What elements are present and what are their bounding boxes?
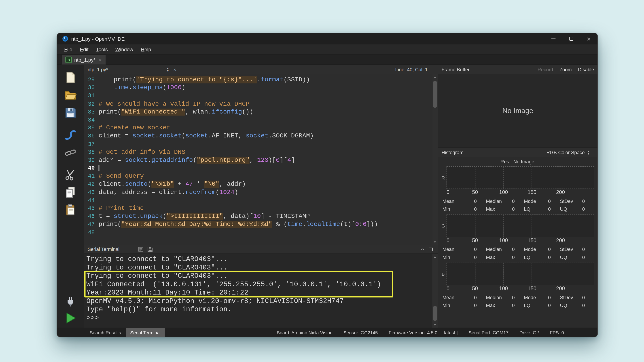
cut-button[interactable]: [62, 167, 80, 182]
code-text: data, address = client.recvfrom(1024): [95, 188, 238, 196]
maximize-icon: [569, 37, 573, 41]
line-number: 47: [84, 221, 95, 229]
disconnect-button[interactable]: [62, 294, 80, 308]
code-text: time.sleep_ms(1000): [95, 84, 185, 92]
histogram-header: Histogram RGB Color Space ▲▼: [438, 148, 598, 157]
code-line: 38# Get addr info via DNS: [84, 148, 438, 156]
close-split-icon[interactable]: ×: [173, 67, 176, 72]
colorspace-spinner-icon[interactable]: ▲▼: [587, 150, 590, 155]
python-file-icon: PY: [66, 56, 72, 63]
cursor-position-status: Line: 40, Col: 1: [395, 67, 434, 72]
stat-stdev: StDev0: [560, 295, 594, 300]
stat-max: Max0: [486, 255, 524, 260]
zoom-button[interactable]: Zoom: [560, 67, 572, 72]
status-item: FPS: 0: [550, 330, 564, 335]
tab-close-icon[interactable]: ×: [99, 57, 102, 62]
menu-edit[interactable]: Edit: [76, 45, 92, 54]
stat-mean: Mean0: [442, 199, 486, 204]
scroll-up-icon[interactable]: ▲: [432, 74, 438, 79]
line-number: 32: [84, 100, 95, 108]
scroll-down-icon[interactable]: ▼: [432, 322, 438, 328]
code-text: client.sendto("\x1b" + 47 * "\0", addr): [95, 180, 246, 188]
code-text: client = socket.socket(socket.AF_INET, s…: [95, 132, 314, 140]
axis-tick: 0: [446, 286, 450, 292]
stat-mode: Mode0: [524, 247, 560, 252]
frame-buffer-actions: RecordZoomDisable: [538, 67, 594, 72]
histogram-channel-b: B050100150200Mean0Median0Mode0StDev0Min0…: [440, 263, 595, 308]
save-log-icon[interactable]: [147, 247, 153, 252]
text-cursor: [98, 165, 99, 171]
terminal-line: OpenMV v4.5.0; MicroPython v1.20-omv-r8;…: [86, 297, 438, 306]
editor-scrollbar-thumb[interactable]: [433, 81, 437, 108]
maximize-button[interactable]: [562, 33, 580, 44]
terminal-scrollbar[interactable]: ▲ ▼: [432, 254, 438, 328]
status-item: Drive: G:/: [520, 330, 539, 335]
document-selector-arrows-icon[interactable]: ▲▼: [166, 67, 169, 72]
disable-button[interactable]: Disable: [578, 67, 594, 72]
code-editor[interactable]: 29 print('Trying to connect to "{:s}"...…: [84, 74, 438, 245]
code-text: [95, 116, 98, 124]
scroll-up-icon[interactable]: ▲: [432, 254, 438, 259]
record-button[interactable]: Record: [538, 67, 553, 72]
tab-serial-terminal[interactable]: Serial Terminal: [126, 328, 165, 337]
code-text: print("WiFi Connected ", wlan.ifconfig()…: [95, 108, 253, 116]
stat-mean: Mean0: [442, 247, 486, 252]
code-line: 33print("WiFi Connected ", wlan.ifconfig…: [84, 108, 438, 116]
link-target-button[interactable]: [62, 145, 80, 160]
connect-button[interactable]: [62, 127, 80, 142]
line-number: 37: [84, 140, 95, 148]
stat-lq: LQ0: [524, 206, 560, 212]
copy-button[interactable]: [62, 185, 80, 200]
open-document-selector[interactable]: ntp_1.py*: [88, 67, 166, 72]
editor-header: ntp_1.py* ▲▼ × Line: 40, Col: 1: [84, 65, 438, 74]
no-image-label: No Image: [502, 107, 533, 115]
menu-window[interactable]: Window: [112, 45, 137, 54]
link-icon: [64, 146, 77, 158]
close-button[interactable]: ×: [580, 33, 598, 44]
code-line: 35# Create new socket: [84, 124, 438, 132]
histogram-channels: R050100150200Mean0Median0Mode0StDev0Min0…: [440, 166, 595, 311]
menu-help[interactable]: Help: [137, 45, 155, 54]
stat-max: Max0: [486, 303, 524, 308]
terminal-scrollbar-thumb[interactable]: [433, 306, 437, 321]
save-file-button[interactable]: [62, 105, 80, 120]
code-text: # We should have a valid IP now via DHCP: [95, 100, 250, 108]
status-item: Serial Port: COM17: [468, 330, 508, 335]
clear-terminal-icon[interactable]: [138, 247, 144, 252]
line-number: 46: [84, 213, 95, 221]
axis-tick: 0: [446, 238, 450, 243]
doc-tab-label: ntp_1.py*: [74, 57, 96, 62]
minimize-icon: [552, 38, 556, 39]
tab-search-results[interactable]: Search Results: [86, 328, 125, 337]
code-line: 41# Send query: [84, 172, 438, 180]
minimize-button[interactable]: [545, 33, 562, 44]
terminal-line: >>>: [86, 314, 438, 322]
code-text: [95, 196, 98, 204]
maximize-terminal-icon[interactable]: [429, 247, 433, 251]
paste-button[interactable]: [62, 202, 80, 217]
open-file-button[interactable]: [62, 88, 80, 102]
code-line: 32# We should have a valid IP now via DH…: [84, 100, 438, 108]
serial-terminal[interactable]: Trying to connect to "CLARO403"...Trying…: [84, 254, 438, 328]
start-script-button[interactable]: [62, 310, 80, 325]
menu-tools[interactable]: Tools: [92, 45, 112, 54]
code-line: 42client.sendto("\x1b" + 47 * "\0", addr…: [84, 180, 438, 188]
title-bar[interactable]: ntp_1.py - OpenMV IDE ×: [57, 33, 598, 44]
document-tab-bar: PY ntp_1.py* ×: [57, 54, 598, 65]
disconnect-plug-icon: [64, 295, 77, 307]
terminal-lines: Trying to connect to "CLARO403"...Trying…: [86, 255, 438, 322]
tab-ntp1-py[interactable]: PY ntp_1.py* ×: [61, 54, 106, 64]
code-line: 31: [84, 92, 438, 100]
scroll-down-icon[interactable]: ▼: [432, 239, 438, 245]
new-file-button[interactable]: [62, 70, 80, 85]
colorspace-dropdown[interactable]: RGB Color Space: [546, 150, 584, 155]
serial-terminal-header: Serial Terminal ^: [84, 245, 438, 254]
editor-scrollbar[interactable]: ▲ ▼: [432, 74, 438, 245]
menu-file[interactable]: File: [60, 45, 76, 54]
terminal-line: Type "help()" for more information.: [86, 306, 438, 314]
collapse-terminal-icon[interactable]: ^: [421, 247, 424, 252]
axis-tick: 150: [528, 286, 536, 292]
frame-buffer-title: Frame Buffer: [442, 67, 469, 72]
stat-uq: UQ0: [560, 255, 594, 260]
histogram-body: Res - No Image R050100150200Mean0Median0…: [438, 157, 598, 328]
